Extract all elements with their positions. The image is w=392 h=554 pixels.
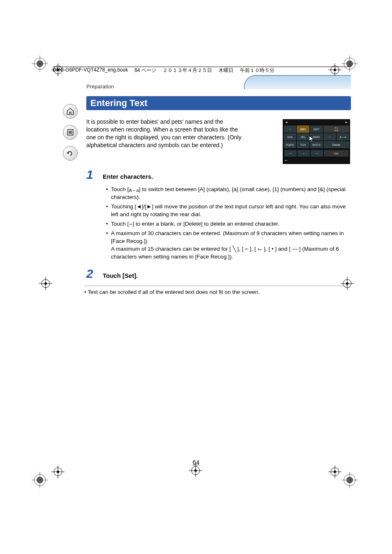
cursor-icon	[309, 135, 316, 143]
bullet-caseswitch: Touch [A↔a] to switch text between [A] (…	[106, 186, 349, 201]
note-text: • Text can be scrolled if all of the ent…	[84, 289, 349, 295]
cursor-left-icon: ◄	[285, 120, 288, 124]
step-2-title: Touch [Set].	[103, 272, 138, 279]
key-bottom-3: ⌣	[311, 150, 323, 157]
key-ghi: GHI	[284, 133, 296, 141]
keypad-screenshot: ◄ ► ⌣ ABC DEF A 1 a & GHI JKL MNO ⌣ A↔a …	[283, 119, 350, 164]
print-weekday: 木曜日	[219, 67, 233, 74]
key-blank: ⌣	[284, 125, 296, 133]
intro-text: It is possible to enter babies' and pets…	[86, 118, 242, 149]
key-return: ↩	[283, 158, 350, 164]
key-caseswitch: A↔a	[337, 133, 349, 141]
step-2-heading: 2 Touch [Set].	[86, 267, 349, 281]
crop-mark-icon	[39, 277, 52, 290]
crop-mark-icon	[328, 465, 341, 478]
key-jkl: JKL	[297, 133, 309, 141]
key-delete: Delete	[323, 141, 349, 148]
page-title: Entering Text	[86, 96, 351, 110]
page-number: 64	[0, 459, 392, 466]
cursor-right-icon: ►	[345, 120, 348, 124]
crop-mark-icon	[189, 464, 202, 477]
header-accent	[244, 75, 351, 89]
bullet-blank-delete: Touch [⌣] to enter a blank, or [Delete] …	[106, 220, 349, 228]
note-separator	[84, 286, 349, 286]
step-2-number: 2	[86, 267, 95, 281]
step-1-number: 1	[86, 168, 95, 182]
key-pqrs: PQRS	[284, 141, 296, 148]
crop-mark-icon	[32, 55, 48, 72]
home-button[interactable]	[63, 104, 78, 119]
key-abc: ABC	[297, 125, 309, 133]
step-1-heading: 1 Enter characters.	[86, 168, 349, 182]
key-tuv: TUV	[297, 141, 309, 148]
section-label: Preparation	[86, 83, 114, 90]
caseswitch-icon: A↔a	[129, 187, 139, 194]
key-mode-indicator: A 1 a &	[323, 125, 349, 133]
print-filename: DMC-G6PDF-VQT4Z78_eng.book	[53, 67, 128, 74]
key-bottom-2: ⌣	[297, 150, 310, 157]
key-def: DEF	[310, 125, 323, 133]
home-icon	[66, 107, 74, 115]
key-set: Set	[324, 150, 348, 157]
key-space: ⌣	[323, 133, 336, 141]
print-date: ２０１３年４月２５日	[163, 67, 212, 74]
print-header: DMC-G6PDF-VQT4Z78_eng.book 64 ページ ２０１３年４…	[53, 67, 351, 74]
crop-mark-icon	[341, 472, 358, 488]
key-bottom-1: ⌣	[284, 150, 297, 157]
crop-mark-icon	[51, 465, 65, 478]
toc-button[interactable]	[63, 125, 78, 140]
crop-mark-icon	[32, 472, 48, 488]
toc-icon	[66, 128, 74, 136]
step-1-bullets: Touch [A↔a] to switch text between [A] (…	[106, 186, 349, 261]
back-button[interactable]	[63, 146, 78, 161]
back-icon	[66, 149, 74, 157]
print-time: 午前１０時５分	[240, 67, 274, 74]
bullet-max-chars: A maximum of 30 characters can be entere…	[106, 230, 349, 261]
side-nav	[63, 104, 78, 161]
bullet-cursor: Touching [◄]/[►] will move the position …	[106, 203, 349, 219]
step-1-title: Enter characters.	[103, 173, 153, 180]
print-pageinfo: 64 ページ	[134, 67, 156, 74]
